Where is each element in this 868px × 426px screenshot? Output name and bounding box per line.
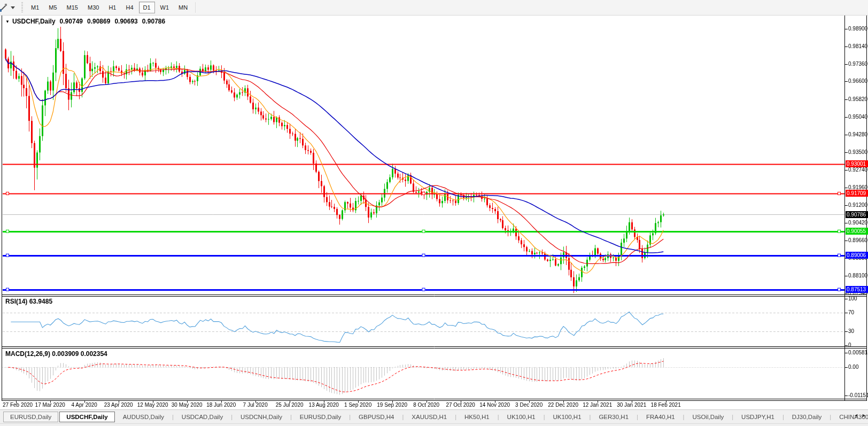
- chart-tab-eurusd-daily[interactable]: EURUSD,Daily: [293, 412, 348, 422]
- date-axis-label: 14 Nov 2020: [479, 402, 510, 408]
- price-axis-label: 0.98900: [848, 26, 867, 32]
- price-axis-label: 0.98140: [848, 43, 867, 49]
- window-bottom-edge: [0, 423, 868, 426]
- date-axis-label: 3 Dec 2020: [515, 402, 542, 408]
- chart-tab-ger30-h1[interactable]: GER30,H1: [592, 412, 636, 422]
- collapse-triangle-icon[interactable]: ▼: [5, 19, 10, 24]
- dropdown-arrow-icon[interactable]: [11, 6, 15, 9]
- price-axis-label: 0.96600: [848, 78, 867, 84]
- chart-tab-usoil-daily[interactable]: USOil,Daily: [685, 412, 731, 422]
- timeframe-button-h1[interactable]: H1: [104, 2, 120, 13]
- date-axis-label: 30 Jan 2021: [617, 402, 646, 408]
- macd-axis-label: 0.00: [848, 364, 858, 370]
- price-axis-label: 0.95040: [848, 114, 867, 120]
- chart-tab-audusd-daily[interactable]: AUDUSD,Daily: [116, 412, 171, 422]
- price-axis-label: 0.95820: [848, 96, 867, 102]
- date-axis-label: 17 Mar 2020: [35, 402, 65, 408]
- level-price-badge: 0.91709: [846, 190, 868, 197]
- chart-title: ▼USDCHF,Daily0.907490.908690.906930.9078…: [5, 18, 165, 25]
- date-axis-label: 25 Jul 2020: [276, 402, 304, 408]
- price-axis-label: 0.94280: [848, 131, 867, 137]
- top-toolbar: M1M5M15M30H1H4D1W1MN: [0, 0, 868, 16]
- rsi-axis-label: 70: [848, 309, 854, 315]
- chart-tab-fra40-h1[interactable]: FRA40,H1: [639, 412, 682, 422]
- ohlc-high: 0.90869: [87, 18, 110, 25]
- chart-tab-xauusd-h1[interactable]: XAUUSD,H1: [405, 412, 454, 422]
- date-axis-label: 12 Jan 2021: [583, 402, 612, 408]
- chart-tab-usdcnh-daily[interactable]: USDCNH,Daily: [234, 412, 289, 422]
- price-axis-label: 0.97360: [848, 61, 867, 67]
- level-price-badge: 0.90055: [846, 228, 868, 235]
- chart-tab-uk100-h1[interactable]: UK100,H1: [500, 412, 542, 422]
- current-price-badge: 0.90786: [846, 211, 868, 218]
- level-price-badge: 0.87513: [846, 286, 868, 293]
- date-axis-label: 12 May 2020: [137, 402, 168, 408]
- timeframe-button-m15[interactable]: M15: [63, 2, 82, 13]
- price-axis-label: 0.92740: [848, 167, 867, 173]
- chart-tab-eurusd-daily[interactable]: EURUSD,Daily: [3, 412, 58, 422]
- level-price-badge: 0.93001: [846, 160, 868, 167]
- date-axis-label: 4 Apr 2020: [72, 402, 97, 408]
- timeframe-button-m30[interactable]: M30: [83, 2, 103, 13]
- date-axis-label: 22 Dec 2020: [548, 402, 578, 408]
- price-axis-label: 0.91200: [848, 202, 867, 208]
- date-axis-label: 27 Feb 2020: [3, 402, 33, 408]
- ohlc-close: 0.90786: [142, 18, 165, 25]
- rsi-axis-label: 0: [848, 342, 851, 348]
- price-axis-label: 0.89660: [848, 237, 867, 243]
- price-axis-label: 0.90420: [848, 220, 867, 226]
- tabs-scroll-right-icon[interactable]: ►: [862, 413, 866, 418]
- chart-symbol-period: USDCHF,Daily: [12, 18, 56, 25]
- chart-tab-dj30-daily[interactable]: DJ30,Daily: [785, 412, 829, 422]
- ohlc-open: 0.90749: [60, 18, 83, 25]
- chart-canvas[interactable]: [0, 0, 868, 426]
- date-axis-label: 18 Jun 2020: [206, 402, 236, 408]
- price-axis-label: 0.88100: [848, 273, 867, 278]
- trading-platform-window: M1M5M15M30H1H4D1W1MN ▼USDCHF,Daily0.9074…: [0, 0, 868, 426]
- chart-tab-usdjpy-h1[interactable]: USDJPY,H1: [734, 412, 781, 422]
- drawing-tool-icon[interactable]: [0, 3, 8, 12]
- timeframe-button-mn[interactable]: MN: [174, 2, 192, 13]
- chart-tab-usdchf-daily[interactable]: USDCHF,Daily: [59, 412, 114, 422]
- date-axis-label: 19 Sep 2020: [377, 402, 407, 408]
- date-axis-label: 13 Aug 2020: [309, 402, 339, 408]
- date-axis-label: 30 May 2020: [172, 402, 203, 408]
- date-axis-label: 27 Oct 2020: [446, 402, 475, 408]
- timeframe-button-d1[interactable]: D1: [139, 2, 155, 13]
- date-axis-label: 7 Jul 2020: [243, 402, 268, 408]
- toolbar-grip-handle[interactable]: [21, 2, 23, 13]
- macd-axis-label: -0.011514: [848, 392, 868, 398]
- macd-axis-label: 0.005818: [848, 350, 868, 355]
- macd-indicator-label: MACD(12,26,9) 0.003909 0.002354: [5, 350, 107, 358]
- date-axis-label: 1 Sep 2020: [344, 402, 371, 408]
- timeframe-button-m5[interactable]: M5: [44, 2, 61, 13]
- timeframe-button-m1[interactable]: M1: [27, 2, 43, 13]
- rsi-axis-label: 100: [848, 296, 857, 301]
- chart-tab-usdcad-daily[interactable]: USDCAD,Daily: [175, 412, 230, 422]
- chart-tab-uk100-h1[interactable]: UK100,H1: [546, 412, 588, 422]
- date-axis-label: 23 Apr 2020: [104, 402, 133, 408]
- timeframe-button-h4[interactable]: H4: [121, 2, 137, 13]
- price-axis-label: 0.93500: [848, 149, 867, 155]
- tabs-scroll-left-icon[interactable]: ◄: [854, 413, 858, 418]
- date-axis-label: 8 Oct 2020: [413, 402, 439, 408]
- chart-tab-gbpusd-h4[interactable]: GBPUSD,H4: [352, 412, 401, 422]
- rsi-axis-label: 30: [848, 328, 854, 334]
- date-axis-label: 18 Feb 2021: [651, 402, 681, 408]
- toolbar-separator: [195, 2, 196, 13]
- level-price-badge: 0.89006: [846, 252, 868, 259]
- timeframe-button-w1[interactable]: W1: [156, 2, 174, 13]
- chart-tabs-bar: EURUSD,DailyUSDCHF,DailyAUDUSD,Daily|USD…: [0, 409, 868, 423]
- rsi-indicator-label: RSI(14) 63.9485: [5, 298, 52, 305]
- chart-tab-hk50-h1[interactable]: HK50,H1: [458, 412, 497, 422]
- ohlc-low: 0.90693: [114, 18, 137, 25]
